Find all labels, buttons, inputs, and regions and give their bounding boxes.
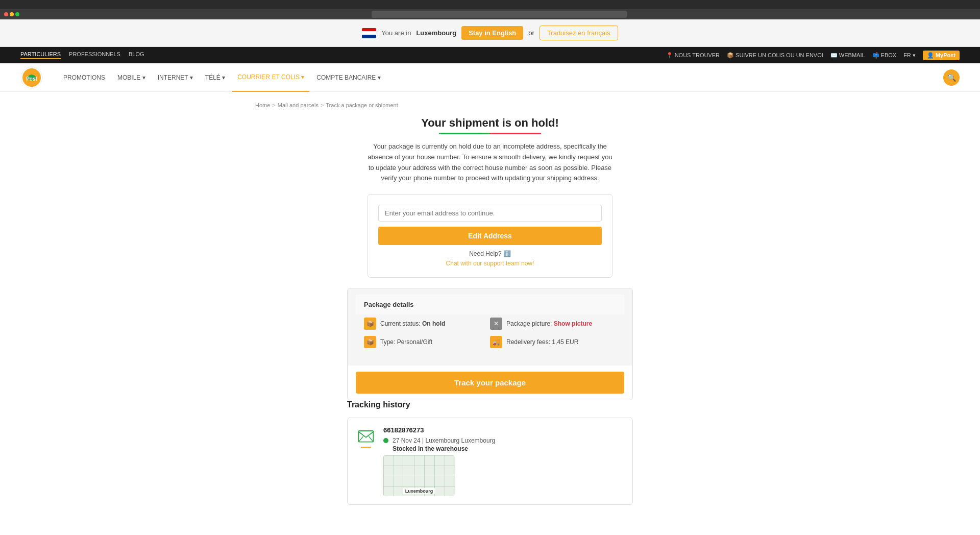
svg-line-4	[359, 436, 363, 442]
country-name: Luxembourg	[416, 29, 456, 37]
post-logo: Post	[20, 66, 43, 89]
maximize-dot	[15, 12, 19, 16]
nav-professionnels[interactable]: PROFESSIONNELS	[69, 51, 120, 59]
email-form-card: Edit Address Need Help? ℹ️ Chat with our…	[368, 194, 612, 278]
top-nav-right: 📍 NOUS TROUVER 📦 SUIVRE UN COLIS OU UN E…	[666, 51, 960, 60]
shipment-title: Your shipment is on hold!	[255, 116, 725, 130]
breadcrumb-sep-1: >	[272, 102, 275, 108]
ebox-icon: 📫	[872, 52, 879, 59]
nav-track-parcel[interactable]: 📦 SUIVRE UN COLIS OU UN ENVOI	[727, 52, 823, 59]
shipment-status-section: Your shipment is on hold! Your package i…	[255, 116, 725, 184]
status-underline	[255, 133, 725, 134]
main-content: Home > Mail and parcels > Track a packag…	[245, 92, 735, 515]
flag-red-stripe	[362, 28, 376, 32]
detail-redelivery: 🚚 Redelivery fees: 1,45 EUR	[490, 333, 616, 351]
tracking-icon-box	[356, 426, 376, 496]
top-navigation: PARTICULIERS PROFESSIONNELS BLOG 📍 NOUS …	[0, 47, 980, 63]
edit-address-button[interactable]: Edit Address	[378, 227, 602, 245]
status-icon: 📦	[364, 318, 376, 330]
flag-white-stripe	[362, 31, 376, 35]
nav-ebox[interactable]: 📫 EBOX	[872, 52, 897, 59]
stay-english-button[interactable]: Stay in English	[461, 26, 523, 40]
status-label: Current status: On hold	[380, 320, 445, 327]
package-details-grid: 📦 Current status: On hold ✕ Package pict…	[356, 314, 624, 357]
event-status: Stocked in the warehouse	[393, 445, 495, 452]
main-nav-links: PROMOTIONS MOBILE ▾ INTERNET ▾ TÉLÉ ▾ CO…	[58, 63, 943, 92]
need-help-text: Need Help?	[469, 250, 501, 257]
help-icon: ℹ️	[503, 250, 511, 257]
flag-blue-stripe	[362, 35, 376, 38]
breadcrumb-mail[interactable]: Mail and parcels	[278, 102, 318, 108]
language-banner: You are in Luxembourg Stay in English or…	[0, 19, 980, 47]
tracking-history-section: Tracking history 66182876273 27 Nov 24 |…	[347, 400, 633, 505]
search-button[interactable]: 🔍	[943, 69, 960, 86]
email-input[interactable]	[378, 205, 602, 222]
package-details-inner: Package details 📦 Current status: On hol…	[348, 288, 632, 366]
picture-label: Package picture: Show picture	[506, 320, 592, 327]
you-are-in-text: You are in	[381, 29, 411, 37]
breadcrumb-sep-2: >	[321, 102, 324, 108]
nav-find-us[interactable]: 📍 NOUS TROUVER	[666, 52, 720, 59]
picture-icon: ✕	[490, 318, 502, 330]
main-navigation: Post PROMOTIONS MOBILE ▾ INTERNET ▾ TÉLÉ…	[0, 63, 980, 92]
logo-container: Post	[20, 66, 43, 89]
top-nav-left: PARTICULIERS PROFESSIONNELS BLOG	[20, 51, 144, 59]
package-track-icon: 📦	[727, 52, 734, 59]
package-details-section: Package details 📦 Current status: On hol…	[347, 288, 633, 400]
nav-tele[interactable]: TÉLÉ ▾	[200, 63, 230, 92]
nav-blog[interactable]: BLOG	[129, 51, 144, 59]
minimize-dot	[10, 12, 14, 16]
envelope-icon	[357, 426, 375, 445]
luxembourg-flag	[362, 28, 376, 38]
nav-particuliers[interactable]: PARTICULIERS	[20, 51, 61, 59]
track-btn-container: Track your package	[348, 366, 632, 400]
detail-picture: ✕ Package picture: Show picture	[490, 314, 616, 333]
nav-promotions[interactable]: PROMOTIONS	[58, 63, 110, 92]
url-bar[interactable]	[372, 11, 627, 18]
redelivery-icon: 🚚	[490, 336, 502, 348]
nav-language[interactable]: FR ▾	[903, 52, 916, 59]
window-controls	[4, 12, 19, 16]
track-package-button[interactable]: Track your package	[356, 372, 624, 394]
tracking-body: 66182876273 27 Nov 24 | Luxembourg Luxem…	[383, 426, 624, 496]
nav-courrier[interactable]: COURRIER ET COLIS ▾	[232, 63, 309, 92]
svg-text:Post: Post	[26, 76, 37, 82]
nav-internet[interactable]: INTERNET ▾	[153, 63, 198, 92]
search-icon: 🔍	[947, 74, 956, 82]
nav-mobile[interactable]: MOBILE ▾	[112, 63, 151, 92]
show-picture-link[interactable]: Show picture	[554, 320, 592, 327]
nav-mypost[interactable]: 👤 MyPost	[923, 51, 960, 60]
chat-support-link[interactable]: Chat with our support team now!	[446, 260, 534, 267]
event-details: 27 Nov 24 | Luxembourg Luxembourg Stocke…	[393, 437, 495, 452]
nav-compte[interactable]: COMPTE BANCAIRE ▾	[311, 63, 385, 92]
map-label: Luxembourg	[403, 488, 435, 494]
type-label: Type: Personal/Gift	[380, 338, 432, 346]
tracking-underline	[361, 447, 371, 448]
tracking-entry: 66182876273 27 Nov 24 | Luxembourg Luxem…	[347, 418, 633, 505]
event-date: 27 Nov 24 | Luxembourg Luxembourg	[393, 437, 495, 444]
tracking-event: 27 Nov 24 | Luxembourg Luxembourg Stocke…	[383, 437, 624, 452]
green-dot	[383, 438, 388, 443]
breadcrumb-home[interactable]: Home	[255, 102, 270, 108]
redelivery-label: Redelivery fees: 1,45 EUR	[506, 338, 578, 346]
detail-status: 📦 Current status: On hold	[364, 314, 490, 333]
user-icon: 👤	[927, 52, 934, 59]
nav-webmail[interactable]: ✉️ WEBMAIL	[830, 52, 865, 59]
detail-type: 📦 Type: Personal/Gift	[364, 333, 490, 351]
need-help-label: Need Help? ℹ️	[378, 250, 602, 257]
or-divider: or	[528, 29, 534, 37]
breadcrumb-current: Track a package or shipment	[326, 102, 398, 108]
translate-french-button[interactable]: Traduisez en français	[540, 26, 618, 40]
svg-line-5	[369, 436, 373, 442]
type-icon: 📦	[364, 336, 376, 348]
tracking-history-title: Tracking history	[347, 400, 633, 409]
mail-icon: ✉️	[830, 52, 838, 59]
close-dot	[4, 12, 8, 16]
location-icon: 📍	[666, 52, 673, 59]
underline-green	[439, 133, 490, 134]
browser-toolbar	[0, 9, 980, 19]
map-preview: Luxembourg	[383, 455, 455, 496]
tracking-number: 66182876273	[383, 426, 624, 434]
breadcrumb: Home > Mail and parcels > Track a packag…	[255, 102, 725, 108]
browser-chrome	[0, 0, 980, 9]
